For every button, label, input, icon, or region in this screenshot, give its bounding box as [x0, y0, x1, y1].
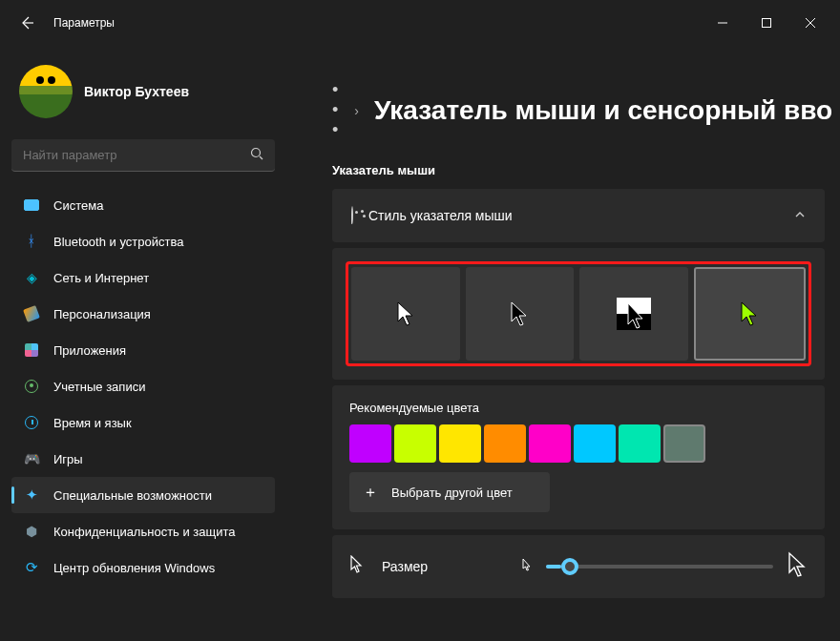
- close-button[interactable]: [788, 8, 832, 38]
- window-title: Параметры: [53, 16, 115, 30]
- svg-rect-0: [763, 19, 771, 28]
- page-title: Указатель мыши и сенсорный вво: [374, 95, 832, 126]
- slider-thumb[interactable]: [561, 558, 578, 575]
- nav-update[interactable]: ⟳Центр обновления Windows: [11, 549, 275, 586]
- game-icon: 🎮: [23, 450, 40, 467]
- style-expander-header[interactable]: Стиль указателя мыши: [332, 189, 825, 242]
- nav-accessibility[interactable]: ✦Специальные возможности: [11, 477, 275, 513]
- color-swatch-1[interactable]: [349, 424, 391, 463]
- update-icon: ⟳: [23, 559, 40, 576]
- bluetooth-icon: ᚼ: [23, 233, 40, 250]
- pointer-style-white[interactable]: [351, 267, 460, 361]
- nav-system[interactable]: Система: [11, 187, 275, 223]
- minimize-button[interactable]: [701, 8, 745, 38]
- clock-icon: [23, 414, 40, 431]
- avatar: [19, 65, 73, 118]
- svg-point-1: [252, 148, 261, 156]
- pick-color-button[interactable]: ＋ Выбрать другой цвет: [349, 472, 550, 512]
- color-swatch-6[interactable]: [574, 424, 616, 463]
- pointer-style-custom[interactable]: [694, 267, 807, 361]
- nav-apps[interactable]: Приложения: [11, 332, 275, 368]
- nav-games[interactable]: 🎮Игры: [11, 441, 275, 477]
- nav-bluetooth[interactable]: ᚼBluetooth и устройства: [11, 223, 275, 259]
- pointer-style-group: [346, 261, 811, 366]
- apps-icon: [23, 341, 40, 359]
- nav-time[interactable]: Время и язык: [11, 404, 275, 441]
- profile-block[interactable]: Виктор Бухтеев: [11, 46, 275, 135]
- breadcrumb-more[interactable]: • • •: [332, 80, 339, 140]
- accessibility-icon: ✦: [23, 486, 40, 504]
- account-icon: [23, 378, 40, 395]
- shield-icon: ⬢: [23, 523, 40, 540]
- size-slider[interactable]: [546, 565, 773, 569]
- nav-network[interactable]: ◈Сеть и Интернет: [11, 259, 275, 296]
- search-box[interactable]: [11, 139, 275, 172]
- color-swatch-2[interactable]: [394, 424, 436, 463]
- user-name: Виктор Бухтеев: [84, 84, 189, 99]
- cursor-small-icon: [521, 558, 533, 576]
- size-label: Размер: [382, 559, 428, 574]
- color-swatches: [349, 424, 808, 463]
- brush-icon: [23, 305, 40, 322]
- plus-icon: ＋: [363, 483, 378, 503]
- chevron-right-icon: ›: [354, 103, 359, 118]
- chevron-up-icon: [794, 207, 806, 224]
- cursor-large-icon: [787, 551, 808, 582]
- pointer-style-inverted[interactable]: [579, 267, 688, 361]
- color-swatch-4[interactable]: [484, 424, 526, 463]
- cursor-icon: [349, 555, 365, 578]
- wifi-icon: ◈: [23, 269, 40, 286]
- nav-accounts[interactable]: Учетные записи: [11, 368, 275, 404]
- search-icon: [250, 147, 263, 164]
- section-pointer-label: Указатель мыши: [332, 163, 825, 177]
- palette-icon: [351, 207, 353, 224]
- color-swatch-3[interactable]: [439, 424, 481, 463]
- size-card: Размер: [332, 535, 825, 598]
- nav-privacy[interactable]: ⬢Конфиденциальность и защита: [11, 513, 275, 549]
- monitor-icon: [23, 196, 40, 214]
- color-swatch-7[interactable]: [619, 424, 661, 463]
- back-button[interactable]: [8, 4, 46, 42]
- color-swatch-8[interactable]: [663, 424, 705, 463]
- search-input[interactable]: [23, 148, 250, 162]
- maximize-button[interactable]: [745, 8, 788, 38]
- nav-personalization[interactable]: Персонализация: [11, 296, 275, 332]
- pointer-style-black[interactable]: [466, 267, 575, 361]
- recommended-colors-label: Рекомендуемые цвета: [349, 401, 808, 415]
- color-swatch-5[interactable]: [529, 424, 571, 463]
